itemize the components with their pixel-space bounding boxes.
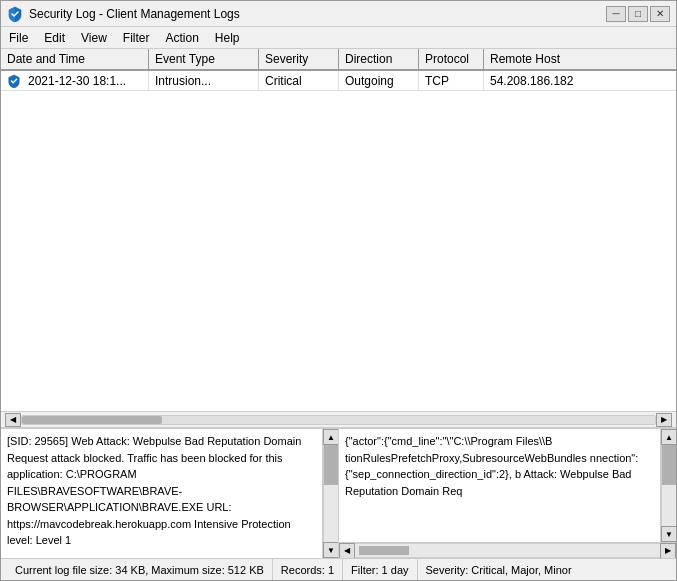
title-bar: Security Log - Client Management Logs ─ …	[1, 1, 676, 27]
scroll-v-thumb-r[interactable]	[662, 445, 676, 485]
cell-severity: Critical	[259, 71, 339, 90]
status-severity: Severity: Critical, Major, Minor	[418, 559, 580, 580]
scroll-down-btn-r[interactable]: ▼	[661, 526, 676, 542]
detail-left-text: [SID: 29565] Web Attack: Webpulse Bad Re…	[1, 429, 322, 558]
col-header-remote[interactable]: Remote Host	[484, 49, 676, 69]
status-filter: Filter: 1 day	[343, 559, 417, 580]
menu-help[interactable]: Help	[207, 27, 248, 48]
detail-panels: [SID: 29565] Web Attack: Webpulse Bad Re…	[1, 428, 676, 558]
scroll-v-track[interactable]	[323, 445, 338, 542]
cell-remote: 54.208.186.182	[484, 71, 676, 90]
cell-direction: Outgoing	[339, 71, 419, 90]
col-header-date[interactable]: Date and Time	[1, 49, 149, 69]
scroll-up-btn[interactable]: ▲	[323, 429, 338, 445]
cell-event: Intrusion...	[149, 71, 259, 90]
menu-action[interactable]: Action	[158, 27, 207, 48]
detail-left-panel: [SID: 29565] Web Attack: Webpulse Bad Re…	[1, 429, 339, 558]
scroll-right-r-btn[interactable]: ▶	[660, 543, 676, 559]
scroll-left-r-btn[interactable]: ◀	[339, 543, 355, 559]
scroll-v-thumb[interactable]	[324, 445, 338, 485]
close-button[interactable]: ✕	[650, 6, 670, 22]
table-scrollbar-h[interactable]: ◀ ▶	[1, 411, 676, 427]
row-shield-icon	[7, 74, 21, 88]
window-controls: ─ □ ✕	[606, 6, 670, 22]
col-header-direction[interactable]: Direction	[339, 49, 419, 69]
menu-edit[interactable]: Edit	[36, 27, 73, 48]
cell-date: 2021-12-30 18:1...	[1, 71, 149, 90]
table-header: Date and Time Event Type Severity Direct…	[1, 49, 676, 71]
detail-left-scrollbar-v[interactable]: ▲ ▼	[322, 429, 338, 558]
scroll-h-r-track[interactable]	[355, 543, 660, 558]
col-header-event[interactable]: Event Type	[149, 49, 259, 69]
col-header-severity[interactable]: Severity	[259, 49, 339, 69]
menu-view[interactable]: View	[73, 27, 115, 48]
log-table-container: Date and Time Event Type Severity Direct…	[1, 49, 676, 428]
status-file-size: Current log file size: 34 KB, Maximum si…	[7, 559, 273, 580]
scroll-v-track-r[interactable]	[661, 445, 676, 526]
table-row[interactable]: 2021-12-30 18:1... Intrusion... Critical…	[1, 71, 676, 91]
scroll-down-btn[interactable]: ▼	[323, 542, 338, 558]
shield-icon	[7, 6, 23, 22]
scroll-left-btn[interactable]: ◀	[5, 413, 21, 427]
minimize-button[interactable]: ─	[606, 6, 626, 22]
scroll-up-btn-r[interactable]: ▲	[661, 429, 676, 445]
maximize-button[interactable]: □	[628, 6, 648, 22]
col-header-protocol[interactable]: Protocol	[419, 49, 484, 69]
cell-protocol: TCP	[419, 71, 484, 90]
menu-bar: File Edit View Filter Action Help	[1, 27, 676, 49]
scroll-h-thumb[interactable]	[22, 416, 162, 424]
detail-right-scrollbar-h[interactable]: ◀ ▶	[339, 542, 676, 558]
menu-filter[interactable]: Filter	[115, 27, 158, 48]
menu-file[interactable]: File	[1, 27, 36, 48]
detail-right-panel: {"actor":{"cmd_line":"\"C:\\Program File…	[339, 429, 676, 558]
detail-right-text: {"actor":{"cmd_line":"\"C:\\Program File…	[339, 429, 660, 542]
scroll-h-r-thumb[interactable]	[359, 546, 409, 555]
main-window: Security Log - Client Management Logs ─ …	[0, 0, 677, 581]
status-records: Records: 1	[273, 559, 343, 580]
table-body: 2021-12-30 18:1... Intrusion... Critical…	[1, 71, 676, 411]
window-title: Security Log - Client Management Logs	[29, 7, 240, 21]
status-bar: Current log file size: 34 KB, Maximum si…	[1, 558, 676, 580]
scroll-h-track[interactable]	[21, 415, 656, 425]
scroll-right-btn[interactable]: ▶	[656, 413, 672, 427]
detail-right-scrollbar-v[interactable]: ▲ ▼	[660, 429, 676, 542]
